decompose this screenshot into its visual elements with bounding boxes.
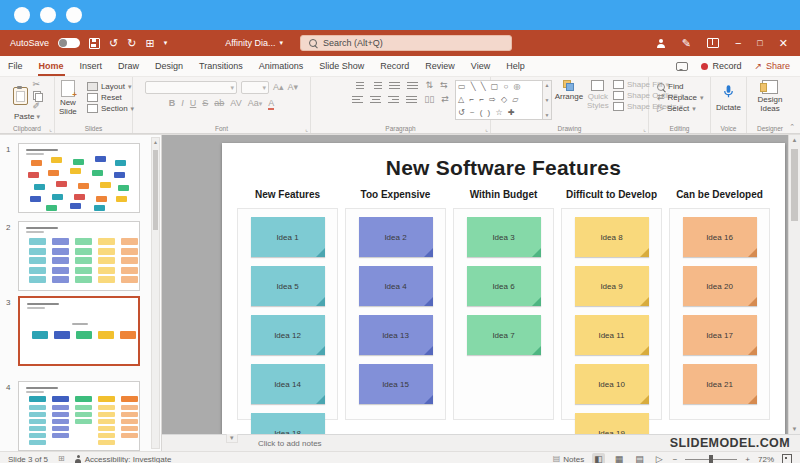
tab-animations[interactable]: Animations <box>251 56 312 76</box>
record-button[interactable]: Record <box>701 61 741 71</box>
quick-styles-button[interactable]: Quick Styles <box>586 80 610 111</box>
sticky-note[interactable]: Idea 16 <box>683 217 757 257</box>
presenter-coach-icon[interactable] <box>657 39 666 48</box>
comments-icon[interactable] <box>676 62 688 71</box>
undo-icon[interactable]: ↺ <box>109 38 118 49</box>
slide-thumbnail-2[interactable] <box>18 221 140 291</box>
reset-button[interactable]: Reset <box>87 93 134 102</box>
sticky-note[interactable]: Idea 20 <box>683 266 757 306</box>
tab-record[interactable]: Record <box>372 56 417 76</box>
find-button[interactable]: Find <box>657 82 684 91</box>
tab-draw[interactable]: Draw <box>110 56 147 76</box>
font-dialog-launcher[interactable]: ⌞ <box>305 125 308 132</box>
line-spacing-icon[interactable]: ⇅ <box>425 81 433 90</box>
notes-placeholder[interactable]: Click to add notes <box>258 439 322 448</box>
tab-design[interactable]: Design <box>147 56 191 76</box>
tab-slide-show[interactable]: Slide Show <box>311 56 372 76</box>
tab-help[interactable]: Help <box>498 56 533 76</box>
sticky-note[interactable]: Idea 11 <box>575 315 649 355</box>
copy-icon[interactable] <box>33 91 42 100</box>
sticky-note[interactable]: Idea 6 <box>467 266 541 306</box>
font-name-combo[interactable]: ▾ <box>145 81 237 94</box>
tab-home[interactable]: Home <box>31 56 72 76</box>
sticky-note[interactable]: Idea 1 <box>251 217 325 257</box>
bold-button[interactable]: B <box>169 99 176 108</box>
normal-view-button[interactable]: ◧ <box>592 453 605 463</box>
slide-sorter-view-button[interactable]: ▦ <box>613 453 626 463</box>
redo-icon[interactable]: ↻ <box>127 38 136 49</box>
align-left-icon[interactable] <box>352 95 363 104</box>
replace-button[interactable]: ⇄Replace ▾ <box>657 93 703 102</box>
sticky-note[interactable]: Idea 10 <box>575 364 649 404</box>
slide-thumbnail-4[interactable] <box>18 381 140 451</box>
new-slide-button[interactable]: New Slide <box>53 80 83 117</box>
minimize-icon[interactable]: − <box>735 38 741 49</box>
pencil-icon[interactable]: ✎ <box>682 38 691 49</box>
change-case-button[interactable]: Aa▾ <box>248 99 263 108</box>
tab-transitions[interactable]: Transitions <box>191 56 251 76</box>
tab-view[interactable]: View <box>463 56 498 76</box>
design-ideas-button[interactable]: Design Ideas <box>753 80 787 114</box>
arrange-button[interactable]: Arrange <box>555 80 583 102</box>
cut-icon[interactable]: ✂ <box>33 80 41 89</box>
numbering-icon[interactable] <box>371 81 382 90</box>
document-title[interactable]: Affinity Dia... ▾ <box>225 38 283 48</box>
canvas-scrollbar[interactable]: ▲ ▼ <box>788 135 800 434</box>
drawing-dialog-launcher[interactable]: ⌞ <box>643 125 646 132</box>
character-spacing-button[interactable]: AV <box>230 99 241 108</box>
zoom-slider-thumb[interactable] <box>709 455 713 463</box>
paragraph-dialog-launcher[interactable]: ⌞ <box>485 125 488 132</box>
smartart-convert-icon[interactable]: ⇄ <box>441 95 449 104</box>
slideshow-view-button[interactable]: ▷ <box>654 453 665 463</box>
reading-mode-icon[interactable] <box>707 38 719 48</box>
grow-font-button[interactable]: A▴ <box>273 83 284 92</box>
tab-insert[interactable]: Insert <box>72 56 111 76</box>
restore-icon[interactable]: □ <box>757 39 762 48</box>
clipboard-dialog-launcher[interactable]: ⌞ <box>49 125 52 132</box>
sticky-note[interactable]: Idea 4 <box>359 266 433 306</box>
zoom-in-button[interactable]: + <box>745 455 750 463</box>
sticky-note[interactable]: Idea 3 <box>467 217 541 257</box>
sticky-note[interactable]: Idea 5 <box>251 266 325 306</box>
sticky-note[interactable]: Idea 12 <box>251 315 325 355</box>
dictate-button[interactable]: Dictate <box>716 80 741 113</box>
font-size-combo[interactable]: ▾ <box>241 81 269 94</box>
slide-thumbnail-3[interactable] <box>18 296 140 366</box>
columns-icon[interactable]: ▯▯ <box>424 95 434 104</box>
search-input[interactable]: Search (Alt+Q) <box>300 35 512 51</box>
tab-file[interactable]: File <box>0 56 31 76</box>
section-button[interactable]: Section ▾ <box>87 104 134 113</box>
notes-collapse-icon[interactable]: ▾ <box>226 434 238 443</box>
strikethrough-button[interactable]: ab <box>214 99 224 108</box>
scroll-down-icon[interactable]: ▼ <box>789 426 800 432</box>
increase-indent-icon[interactable] <box>407 81 418 90</box>
share-button[interactable]: ↗ Share <box>754 61 790 71</box>
sticky-note[interactable]: Idea 14 <box>251 364 325 404</box>
collapse-ribbon-icon[interactable]: ⌃ <box>789 123 795 131</box>
quick-access-customize-icon[interactable]: ▾ <box>164 39 168 47</box>
bullets-icon[interactable] <box>353 81 364 90</box>
slide-thumbnail-1[interactable] <box>18 143 140 213</box>
zoom-level[interactable]: 72% <box>758 455 774 463</box>
align-center-icon[interactable] <box>370 95 381 104</box>
window-minimize-dot[interactable] <box>40 7 56 23</box>
sticky-note[interactable]: Idea 15 <box>359 364 433 404</box>
sticky-note[interactable]: Idea 7 <box>467 315 541 355</box>
sticky-note[interactable]: Idea 2 <box>359 217 433 257</box>
slide-indicator[interactable]: Slide 3 of 5 <box>8 455 48 463</box>
sticky-note[interactable]: Idea 19 <box>575 413 649 435</box>
thumbnail-scrollbar[interactable]: ▲ <box>151 137 160 449</box>
start-slideshow-icon[interactable]: ⊞ <box>145 38 154 49</box>
save-icon[interactable] <box>89 38 100 49</box>
justify-icon[interactable] <box>406 95 417 104</box>
display-settings-icon[interactable]: ⊞ <box>58 455 65 463</box>
window-zoom-dot[interactable] <box>66 7 82 23</box>
tab-review[interactable]: Review <box>417 56 463 76</box>
italic-button[interactable]: I <box>181 99 184 108</box>
select-button[interactable]: ▷Select ▾ <box>657 104 696 113</box>
sticky-note[interactable]: Idea 8 <box>575 217 649 257</box>
align-right-icon[interactable] <box>388 95 399 104</box>
zoom-out-button[interactable]: − <box>673 455 678 463</box>
decrease-indent-icon[interactable] <box>389 81 400 90</box>
sticky-note[interactable]: Idea 18 <box>251 413 325 435</box>
